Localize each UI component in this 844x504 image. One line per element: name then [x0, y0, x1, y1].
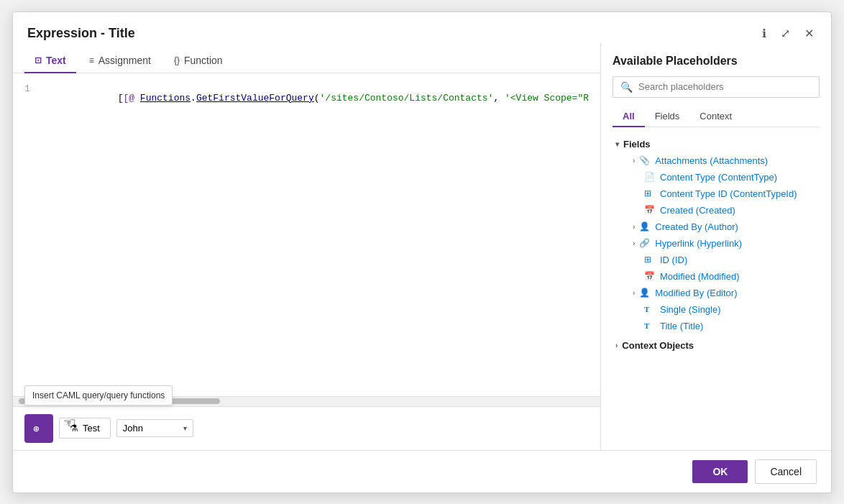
attachment-icon: 📎: [639, 155, 651, 165]
search-box[interactable]: 🔍: [613, 76, 820, 98]
tab-text[interactable]: ⊡ Text: [24, 49, 76, 73]
fields-section-label: Fields: [623, 139, 651, 150]
context-section-label: Context Objects: [622, 340, 694, 351]
fields-chevron-icon: ▾: [615, 140, 619, 148]
context-chevron-icon: ›: [615, 342, 618, 349]
created-icon: 📅: [644, 205, 656, 215]
expand-icon: ›: [633, 157, 635, 165]
code-content: [[@ Functions.GetFirstValueForQuery('/si…: [50, 82, 589, 114]
item-label: Content Type ID (ContentTypeId): [660, 188, 797, 199]
filter-tab-fields[interactable]: Fields: [645, 106, 690, 127]
panel-title: Available Placeholders: [613, 55, 820, 68]
tab-function[interactable]: {} Function: [164, 49, 233, 73]
item-label: Hyperlink (Hyperlink): [655, 238, 742, 249]
dialog-body: ⊡ Text ≡ Assignment {} Function 1 [[@ Fu…: [13, 43, 831, 450]
tab-assignment-label: Assignment: [98, 55, 151, 66]
right-panel: Available Placeholders 🔍 All Fields Cont…: [601, 43, 831, 450]
context-section: › Context Objects: [613, 337, 820, 354]
item-label: Created (Created): [660, 205, 735, 216]
test-icon: ⚗: [70, 423, 78, 434]
item-label: ID (ID): [660, 255, 687, 265]
expression-dialog: Expression - Title ℹ ⤢ ✕ ⊡ Text ≡ Assign…: [12, 12, 832, 493]
test-button[interactable]: ⚗ Test: [59, 418, 111, 439]
item-label: Content Type (ContentType): [660, 172, 777, 183]
item-label: Single (Single): [660, 304, 721, 315]
tab-function-label: Function: [184, 55, 223, 66]
list-item[interactable]: › 👤 Modified By (Editor): [613, 285, 820, 301]
caml-tooltip: Insert CAML query/query functions: [24, 385, 173, 406]
single-icon: T: [644, 305, 656, 313]
bottom-toolbar: ⊛ Insert CAML query/query functions ☜ ⚗ …: [13, 406, 600, 450]
item-label: Modified By (Editor): [655, 288, 737, 298]
cancel-button[interactable]: Cancel: [755, 459, 817, 484]
content-type-id-icon: ⊞: [644, 188, 656, 198]
list-item[interactable]: ⊞ ID (ID): [613, 252, 820, 268]
tab-assignment[interactable]: ≡ Assignment: [79, 49, 161, 73]
list-item[interactable]: › 👤 Created By (Author): [613, 219, 820, 235]
hyperlink-icon: 🔗: [639, 238, 651, 248]
list-item[interactable]: T Single (Single): [613, 301, 820, 318]
dialog-header: Expression - Title ℹ ⤢ ✕: [13, 12, 831, 43]
modified-icon: 📅: [644, 271, 656, 281]
info-button[interactable]: ℹ: [759, 24, 769, 43]
search-input[interactable]: [638, 81, 812, 92]
modified-by-icon: 👤: [639, 288, 651, 298]
assignment-tab-icon: ≡: [89, 55, 94, 65]
list-item[interactable]: 📅 Modified (Modified): [613, 268, 820, 285]
test-input[interactable]: [123, 423, 180, 434]
item-label: Created By (Author): [655, 221, 738, 232]
header-icons: ℹ ⤢ ✕: [759, 24, 817, 43]
placeholder-tree: ▾ Fields › 📎 Attachments (Attachments) 📄…: [613, 136, 820, 439]
item-label: Title (Title): [660, 321, 703, 331]
expand-icon: ›: [633, 239, 635, 247]
content-type-icon: 📄: [644, 172, 656, 182]
expand-button[interactable]: ⤢: [778, 24, 793, 43]
list-item[interactable]: 📄 Content Type (ContentType): [613, 169, 820, 185]
caml-insert-button[interactable]: ⊛: [24, 414, 53, 443]
tabs-row: ⊡ Text ≡ Assignment {} Function: [13, 43, 600, 73]
close-button[interactable]: ✕: [802, 24, 817, 43]
filter-tabs: All Fields Context: [613, 106, 820, 127]
created-by-icon: 👤: [639, 221, 651, 232]
test-label: Test: [83, 423, 100, 434]
code-editor[interactable]: 1 [[@ Functions.GetFirstValueForQuery('/…: [13, 73, 600, 396]
item-label: Attachments (Attachments): [655, 155, 768, 166]
context-section-header[interactable]: › Context Objects: [613, 337, 820, 354]
list-item[interactable]: T Title (Title): [613, 318, 820, 334]
left-panel: ⊡ Text ≡ Assignment {} Function 1 [[@ Fu…: [13, 43, 601, 450]
list-item[interactable]: 📅 Created (Created): [613, 202, 820, 219]
function-tab-icon: {}: [174, 55, 180, 65]
ok-button[interactable]: OK: [692, 460, 748, 483]
dropdown-chevron-icon[interactable]: ▾: [183, 424, 187, 432]
filter-tab-context[interactable]: Context: [689, 106, 742, 127]
list-item[interactable]: ⊞ Content Type ID (ContentTypeId): [613, 185, 820, 202]
expand-icon: ›: [633, 289, 635, 297]
dialog-title: Expression - Title: [27, 26, 135, 41]
item-label: Modified (Modified): [660, 271, 740, 282]
line-number: 1: [24, 82, 39, 94]
code-line-1: 1 [[@ Functions.GetFirstValueForQuery('/…: [24, 82, 589, 114]
id-icon: ⊞: [644, 255, 656, 265]
expand-icon: ›: [633, 223, 635, 231]
fields-section-header[interactable]: ▾ Fields: [613, 136, 820, 152]
text-tab-icon: ⊡: [35, 55, 42, 65]
fields-section: ▾ Fields › 📎 Attachments (Attachments) 📄…: [613, 136, 820, 334]
filter-tab-all[interactable]: All: [613, 106, 645, 127]
test-input-wrapper[interactable]: ▾: [116, 419, 193, 437]
search-icon: 🔍: [620, 81, 633, 93]
title-icon: T: [644, 321, 656, 330]
tab-text-label: Text: [46, 55, 66, 66]
svg-text:⊛: ⊛: [33, 423, 40, 434]
list-item[interactable]: › 📎 Attachments (Attachments): [613, 152, 820, 169]
dialog-footer: OK Cancel: [13, 450, 831, 492]
list-item[interactable]: › 🔗 Hyperlink (Hyperlink): [613, 235, 820, 252]
